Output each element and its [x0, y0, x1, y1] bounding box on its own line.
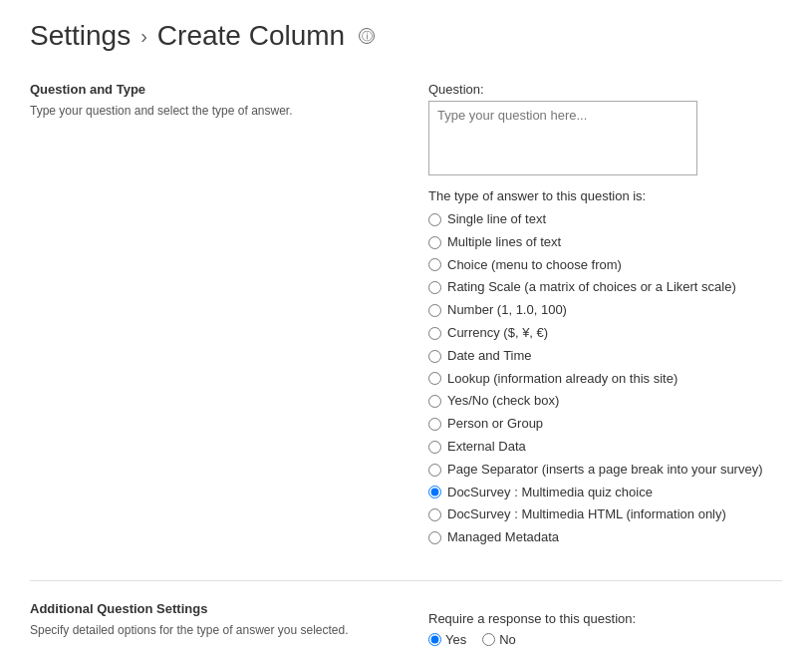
radio-docsurvey-quiz-label[interactable]: DocSurvey : Multimedia quiz choice: [447, 483, 653, 503]
radio-single-line[interactable]: [428, 213, 441, 226]
radio-datetime-label[interactable]: Date and Time: [447, 346, 532, 367]
section-left-additional: Additional Question Settings Specify det…: [30, 601, 428, 647]
radio-page-separator-label[interactable]: Page Separator (inserts a page break int…: [447, 460, 763, 481]
additional-section-desc: Specify detailed options for the type of…: [30, 622, 408, 639]
radio-option-external: External Data: [428, 437, 782, 458]
radio-yesno[interactable]: [428, 395, 441, 408]
breadcrumb-arrow: ›: [140, 25, 147, 48]
radio-managed-metadata[interactable]: [428, 531, 441, 544]
radio-datetime[interactable]: [428, 350, 441, 363]
radio-option-number: Number (1, 1.0, 100): [428, 300, 782, 321]
radio-choice-label[interactable]: Choice (menu to choose from): [447, 255, 622, 276]
radio-managed-metadata-label[interactable]: Managed Metadata: [447, 527, 559, 548]
radio-option-person: Person or Group: [428, 414, 782, 435]
radio-person[interactable]: [428, 418, 441, 431]
answer-type-label: The type of answer to this question is:: [428, 188, 782, 203]
radio-option-multiple-lines: Multiple lines of text: [428, 232, 782, 253]
create-column-label: Create Column: [157, 20, 345, 52]
radio-page-separator[interactable]: [428, 464, 441, 477]
radio-multiple-lines-label[interactable]: Multiple lines of text: [447, 232, 561, 253]
radio-lookup-label[interactable]: Lookup (information already on this site…: [447, 369, 677, 390]
additional-section-title: Additional Question Settings: [30, 601, 408, 616]
question-section-desc: Type your question and select the type o…: [30, 103, 408, 120]
radio-currency[interactable]: [428, 327, 441, 340]
require-yes-option: Yes: [428, 632, 466, 647]
question-input[interactable]: [428, 101, 697, 175]
radio-option-currency: Currency ($, ¥, €): [428, 323, 782, 344]
radio-rating[interactable]: [428, 281, 441, 294]
require-radio-group: Yes No: [428, 632, 782, 647]
require-label: Require a response to this question:: [428, 611, 782, 626]
section-right-question: Question: The type of answer to this que…: [428, 82, 782, 550]
radio-number-label[interactable]: Number (1, 1.0, 100): [447, 300, 567, 321]
radio-number[interactable]: [428, 304, 441, 317]
require-section: Require a response to this question: Yes…: [428, 611, 782, 647]
radio-option-choice: Choice (menu to choose from): [428, 255, 782, 276]
radio-docsurvey-html-label[interactable]: DocSurvey : Multimedia HTML (information…: [447, 504, 726, 525]
radio-option-yesno: Yes/No (check box): [428, 391, 782, 412]
radio-choice[interactable]: [428, 258, 441, 271]
require-no-label[interactable]: No: [499, 632, 516, 647]
radio-external-label[interactable]: External Data: [447, 437, 526, 458]
section-left-question: Question and Type Type your question and…: [30, 82, 428, 550]
radio-docsurvey-html[interactable]: [428, 508, 441, 521]
require-yes-label[interactable]: Yes: [445, 632, 466, 647]
page-title: Settings › Create Column ⓘ: [30, 20, 782, 52]
radio-person-label[interactable]: Person or Group: [447, 414, 543, 435]
radio-currency-label[interactable]: Currency ($, ¥, €): [447, 323, 548, 344]
question-section-title: Question and Type: [30, 82, 408, 97]
require-no-option: No: [482, 632, 516, 647]
radio-lookup[interactable]: [428, 372, 441, 385]
answer-options-list: Single line of text Multiple lines of te…: [428, 209, 782, 548]
radio-option-datetime: Date and Time: [428, 346, 782, 367]
radio-multiple-lines[interactable]: [428, 236, 441, 249]
section-divider: [30, 580, 782, 581]
radio-option-page-separator: Page Separator (inserts a page break int…: [428, 460, 782, 481]
radio-docsurvey-quiz[interactable]: [428, 486, 441, 498]
require-no-radio[interactable]: [482, 633, 495, 646]
radio-yesno-label[interactable]: Yes/No (check box): [447, 391, 559, 412]
radio-option-rating: Rating Scale (a matrix of choices or a L…: [428, 277, 782, 298]
additional-settings-section: Additional Question Settings Specify det…: [30, 601, 782, 647]
radio-option-docsurvey-quiz: DocSurvey : Multimedia quiz choice: [428, 483, 782, 503]
radio-option-single-line: Single line of text: [428, 209, 782, 230]
radio-option-docsurvey-html: DocSurvey : Multimedia HTML (information…: [428, 504, 782, 525]
question-label: Question:: [428, 82, 782, 97]
radio-rating-label[interactable]: Rating Scale (a matrix of choices or a L…: [447, 277, 736, 298]
radio-option-managed-metadata: Managed Metadata: [428, 527, 782, 548]
radio-option-lookup: Lookup (information already on this site…: [428, 369, 782, 390]
question-type-section: Question and Type Type your question and…: [30, 82, 782, 550]
info-icon[interactable]: ⓘ: [359, 28, 375, 44]
radio-external[interactable]: [428, 441, 441, 454]
require-yes-radio[interactable]: [428, 633, 441, 646]
section-right-additional: Require a response to this question: Yes…: [428, 601, 782, 647]
radio-single-line-label[interactable]: Single line of text: [447, 209, 546, 230]
settings-label: Settings: [30, 20, 131, 52]
